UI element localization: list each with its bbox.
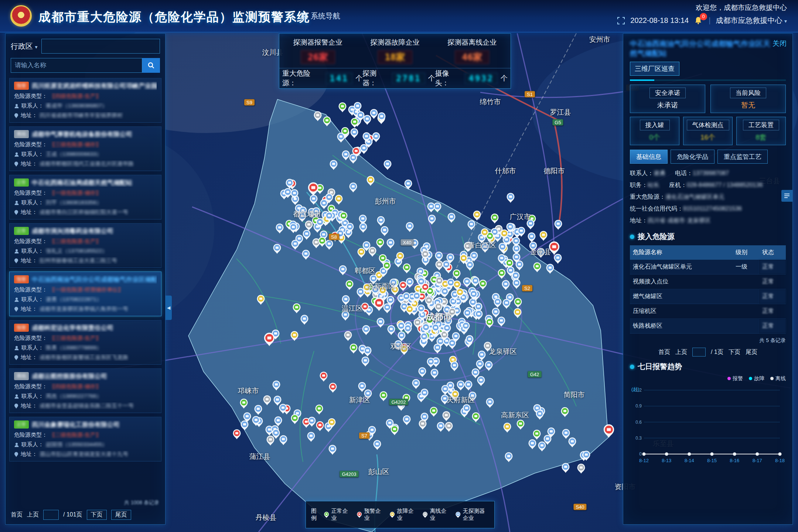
svg-text:0.3: 0.3 [635, 436, 642, 441]
counter-unit: 个 [428, 74, 435, 83]
company-card[interactable]: 预警中石油西南油气田分公司成都输气作业区储配站危险源类型：【一级危险源-经营储存… [9, 272, 161, 316]
trend-legend-item[interactable]: 离线 [770, 375, 786, 382]
trend-legend-item[interactable]: 故障 [749, 375, 764, 382]
stat-cell: 探测器故障企业18家 [357, 34, 434, 68]
counter-value: 2781 [392, 73, 425, 84]
detail-page-first[interactable]: 首页 [658, 348, 670, 356]
location-icon [14, 355, 18, 360]
asset-stat-box: 气体检测点16个 [683, 117, 733, 145]
page-next-button[interactable]: 下页 [87, 510, 107, 520]
trend-chart-legend: 报警故障离线 [630, 375, 786, 382]
hazard-name: 压缩机区 [630, 304, 733, 319]
detector-stats-panel: 探测器报警企业26家探测器故障企业18家探测器离线企业46家 重大危险源：141… [279, 33, 511, 89]
search-button[interactable] [142, 58, 160, 73]
table-header: 危险源名称 [630, 245, 733, 260]
company-card[interactable]: 离线成都华气厚普机电设备股份有限公司危险源类型：【三级危险源-储存】联系人：王成… [9, 126, 161, 171]
person-icon [14, 103, 19, 109]
field-label: 地址： [21, 354, 37, 361]
detail-page-prev[interactable]: 上页 [675, 348, 687, 356]
stat-cell: 探测器离线企业46家 [433, 34, 511, 68]
company-detail-panel: 关闭 中石油西南油气田分公司成都输气作业区天然气储配站 三维厂区巡查 安全承诺 … [623, 33, 793, 525]
fullscreen-icon[interactable] [617, 17, 625, 25]
status-badge: 离线 [14, 130, 29, 138]
welcome-text: 欢迎您，成都市应急救援中心 [696, 3, 787, 13]
trend-legend-item[interactable]: 报警 [727, 375, 743, 382]
hazard-status: 正常 [759, 274, 786, 289]
contact-value: 谢勇（13708222871） [46, 296, 102, 303]
org-menu[interactable]: 成都市应急救援中心 ▾ [716, 16, 787, 25]
company-card[interactable]: 正常成都市润兴消毒药业有限公司危险源类型：【二级危险源-生产】联系人：张礼义（1… [9, 223, 161, 268]
location-icon [14, 403, 18, 409]
field-label: 危险源类型： [14, 286, 47, 293]
company-card[interactable]: 正常四川金象赛瑞化工股份有限公司危险源类型：【二级危险源-生产】联系人：赵国强（… [9, 417, 161, 461]
svg-text:0.6: 0.6 [635, 420, 642, 425]
hazard-status: 正常 [759, 304, 786, 319]
address-value: 成都市金堂县赵镇金乐路二段五十一号 [40, 402, 134, 409]
page-prev-button[interactable]: 上页 [27, 511, 39, 519]
table-row[interactable]: 液化石油气储罐区单元一级正常 [630, 260, 786, 274]
table-row[interactable]: 燃气储罐区正常 [630, 289, 786, 304]
table-row[interactable]: 视频接入点位正常 [630, 274, 786, 289]
app-title: 成都市重大危险源（危险化学品）监测预警系统 [38, 9, 310, 25]
tab-基础信息[interactable]: 基础信息 [630, 150, 668, 164]
company-card[interactable]: 预警四川炬原玄武岩纤维科技有限公司邛崃产业园区危险源类型：【四级危险源-生产】联… [9, 78, 161, 123]
company-name: 成都云图控股股份有限公司 [32, 373, 107, 380]
company-card[interactable]: 预警成都科宏达化学有限责任公司危险源类型：【三级危险源-生产】联系人：陈勇（13… [9, 320, 161, 365]
company-name: 中石化西南石油局成都天然气储配站 [32, 179, 132, 186]
basic-info-section: 联系人：谢勇电话：13739987087职务：站长座机：028-8486677 … [630, 167, 786, 226]
notification-bell[interactable]: 0 [694, 16, 703, 25]
address-value: 眉山市彭山区青龙镇龙安大道十九号 [40, 451, 128, 458]
hazard-name: 液化石油气储罐区单元 [630, 260, 733, 274]
table-row[interactable]: 压缩机区正常 [630, 304, 786, 319]
stat-value: 46家 [455, 50, 489, 64]
page-number-input[interactable] [43, 510, 59, 520]
company-name: 四川炬原玄武岩纤维科技有限公司邛崃产业园区 [32, 82, 157, 89]
hazard-table: 危险源名称级别状态 液化石油气储罐区单元一级正常视频接入点位正常燃气储罐区正常压… [630, 245, 786, 334]
page-last-button[interactable]: 尾页 [111, 510, 131, 520]
field-label: 联系人： [21, 248, 44, 255]
legend-item-label: 故障企业 [397, 508, 414, 522]
field-label: 联系人： [21, 199, 44, 206]
app-logo [10, 5, 32, 27]
asset-stat-boxes: 接入罐0个气体检测点16个工艺装置8套 [630, 117, 786, 145]
counter-unit: 个 [355, 74, 362, 83]
system-nav-button[interactable]: 系统导航 [301, 11, 340, 21]
legend-item-label: 正常企业 [331, 508, 349, 522]
detail-page-input[interactable] [692, 348, 706, 357]
page-first-button[interactable]: 首页 [11, 511, 23, 519]
district-dropdown[interactable]: 行政区 ▾ [11, 41, 38, 51]
hazard-section-header: 接入危险源 [630, 232, 786, 242]
company-card[interactable]: 离线成都云图控股股份有限公司危险源类型：【四级危险源-储存】联系人：周杰（138… [9, 368, 161, 413]
detail-page-last[interactable]: 尾页 [746, 348, 757, 356]
svg-text:8-14: 8-14 [685, 458, 694, 463]
hazard-type-value: 【三级危险源-储存】 [50, 141, 101, 148]
asset-value: 16个 [700, 133, 715, 142]
asset-label: 气体检测点 [687, 120, 729, 130]
hazard-name: 视频接入点位 [630, 274, 733, 289]
hazard-level [733, 289, 759, 304]
tab-危险化学品[interactable]: 危险化学品 [671, 150, 715, 164]
company-list-panel: 行政区 ▾ 预警四川炬原玄武岩纤维科技有限公司邛崃产业园区危险源类型：【四级危险… [5, 33, 166, 525]
progress-line [630, 79, 786, 81]
district-select-input[interactable] [41, 39, 160, 54]
field-label: 危险源类型： [14, 141, 47, 148]
hazard-level: 一级 [733, 260, 759, 274]
hazard-type-value: 【二级危险源-生产】 [50, 432, 101, 439]
company-card[interactable]: 正常中石化西南石油局成都天然气储配站危险源类型：【一级危险源-储存】联系人：刘平… [9, 175, 161, 219]
panel-collapse-handle[interactable]: ◀ [166, 296, 172, 320]
info-label: 联系人： [630, 170, 654, 176]
legend-title: 图例 [311, 508, 317, 522]
search-input[interactable] [11, 58, 142, 73]
contact-value: 赵国强（13550334455） [46, 441, 108, 448]
table-header: 级别 [733, 245, 759, 260]
plant-3d-tour-button[interactable]: 三维厂区巡查 [630, 62, 679, 76]
svg-text:0.9: 0.9 [635, 403, 642, 409]
hazard-level [733, 319, 759, 334]
hazard-type-value: 【一级危险源-储存】 [50, 190, 101, 197]
person-icon [14, 249, 19, 254]
table-row[interactable]: 铁路栈桥区正常 [630, 319, 786, 334]
hazard-name: 铁路栈桥区 [630, 319, 733, 334]
tab-重点监管工艺[interactable]: 重点监管工艺 [717, 150, 768, 164]
detail-page-next[interactable]: 下页 [729, 348, 740, 356]
expand-info-button[interactable] [781, 190, 792, 202]
